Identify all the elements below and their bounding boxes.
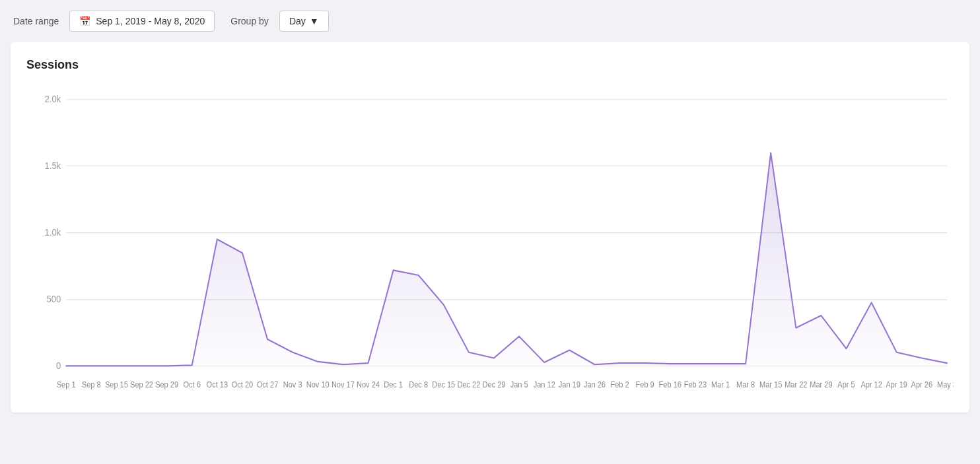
date-range-label: Date range (13, 16, 59, 26)
svg-text:Apr 12: Apr 12 (860, 381, 882, 389)
chart-area: 2.0k 1.5k 1.0k 500 0 Sep 1 Sep 8 Sep 15 … (26, 85, 954, 402)
group-by-select[interactable]: Day ▼ (279, 11, 329, 32)
svg-text:Dec 1: Dec 1 (384, 381, 403, 389)
calendar-icon: 📅 (79, 16, 90, 26)
svg-text:Oct 13: Oct 13 (207, 381, 228, 389)
svg-text:Dec 22: Dec 22 (457, 381, 480, 389)
svg-text:May 3: May 3 (937, 381, 954, 389)
svg-text:Nov 24: Nov 24 (357, 381, 380, 389)
svg-text:Jan 12: Jan 12 (534, 381, 555, 389)
date-range-button[interactable]: 📅 Sep 1, 2019 - May 8, 2020 (69, 11, 215, 32)
svg-text:Mar 1: Mar 1 (711, 381, 730, 389)
svg-text:Feb 23: Feb 23 (684, 381, 707, 389)
svg-text:Jan 26: Jan 26 (584, 381, 606, 389)
svg-text:Sep 29: Sep 29 (155, 381, 178, 389)
svg-text:Dec 15: Dec 15 (432, 381, 455, 389)
svg-text:Dec 8: Dec 8 (409, 381, 428, 389)
svg-text:1.5k: 1.5k (45, 160, 61, 171)
svg-text:Jan 5: Jan 5 (510, 381, 528, 389)
svg-text:Dec 29: Dec 29 (483, 381, 506, 389)
svg-text:Apr 19: Apr 19 (886, 381, 907, 389)
svg-text:Oct 6: Oct 6 (184, 381, 201, 389)
toolbar: Date range 📅 Sep 1, 2019 - May 8, 2020 G… (0, 0, 980, 42)
svg-text:Mar 8: Mar 8 (736, 381, 755, 389)
group-by-value: Day (289, 16, 306, 26)
svg-text:Sep 15: Sep 15 (105, 381, 128, 389)
svg-text:1.0k: 1.0k (45, 228, 61, 238)
svg-text:Jan 19: Jan 19 (559, 381, 580, 389)
sessions-chart: 2.0k 1.5k 1.0k 500 0 Sep 1 Sep 8 Sep 15 … (26, 85, 954, 402)
svg-text:Sep 8: Sep 8 (82, 381, 101, 389)
svg-text:Sep 22: Sep 22 (130, 381, 153, 389)
group-by-label: Group by (230, 16, 269, 26)
chart-container: Sessions 2.0k 1.5k 1.0k 500 0 (11, 42, 969, 413)
svg-text:0: 0 (56, 360, 61, 371)
svg-text:2.0k: 2.0k (45, 94, 61, 105)
svg-text:Oct 20: Oct 20 (232, 381, 253, 389)
svg-text:Feb 16: Feb 16 (659, 381, 682, 389)
svg-text:Feb 9: Feb 9 (636, 381, 654, 389)
date-range-value: Sep 1, 2019 - May 8, 2020 (96, 16, 205, 26)
svg-text:Feb 2: Feb 2 (610, 381, 629, 389)
svg-text:500: 500 (46, 294, 61, 305)
svg-text:Mar 15: Mar 15 (759, 381, 782, 389)
chevron-down-icon: ▼ (310, 16, 319, 26)
svg-text:Nov 3: Nov 3 (283, 381, 302, 389)
chart-title: Sessions (26, 58, 954, 72)
svg-text:Apr 5: Apr 5 (837, 381, 855, 389)
svg-text:Mar 29: Mar 29 (810, 381, 832, 389)
svg-text:Nov 17: Nov 17 (332, 381, 355, 389)
svg-text:Apr 26: Apr 26 (911, 381, 932, 389)
svg-text:Nov 10: Nov 10 (306, 381, 330, 389)
svg-text:Sep 1: Sep 1 (57, 381, 76, 389)
svg-text:Oct 27: Oct 27 (257, 381, 278, 389)
svg-text:Mar 22: Mar 22 (785, 381, 807, 389)
